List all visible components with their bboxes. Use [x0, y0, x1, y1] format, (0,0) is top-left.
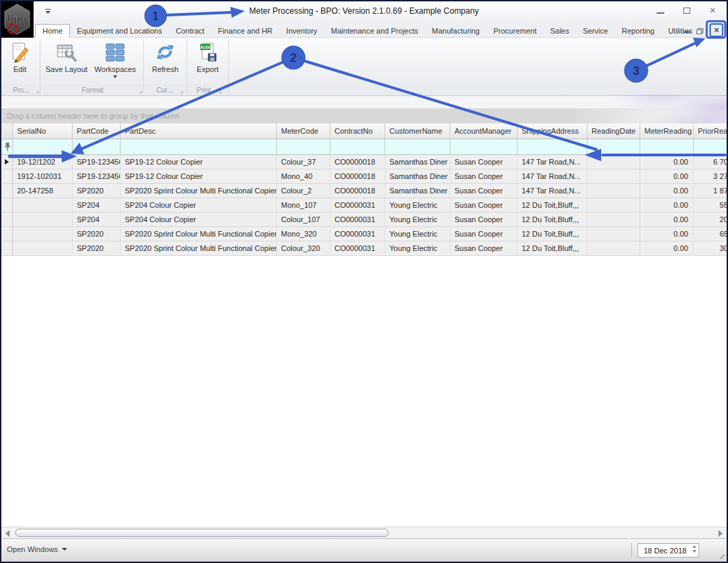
grid-cell-serialno[interactable] — [13, 241, 73, 256]
grid-cell-partcode[interactable]: SP2020 — [73, 184, 121, 198]
grid-cell-meterreading[interactable]: 0.00 — [640, 241, 694, 256]
grid-cell-readingdate[interactable] — [587, 241, 640, 256]
grid-cell-accountmanager[interactable]: Susan Cooper — [450, 155, 518, 169]
column-header-readingdate[interactable]: ReadingDate — [587, 123, 640, 139]
workspaces-button[interactable]: Workspaces — [90, 39, 141, 78]
tab-finance-and-hr[interactable]: Finance and HR — [211, 24, 280, 38]
grid-cell-metercode[interactable]: Colour_2 — [277, 184, 330, 198]
filter-cell-readingdate[interactable] — [587, 139, 640, 155]
grid-cell-metercode[interactable]: Colour_107 — [277, 213, 330, 227]
grid-cell-serialno[interactable] — [13, 227, 73, 241]
dialog-launcher-icon[interactable]: ⌟ — [219, 88, 221, 93]
column-header-priorreading[interactable]: PriorReading — [694, 123, 727, 139]
grid-cell-partcode[interactable]: SP2020 — [73, 241, 121, 256]
dialog-launcher-icon[interactable]: ⌟ — [180, 88, 183, 93]
grid-cell-partdesc[interactable]: SP204 Colour Copier — [121, 198, 277, 213]
grid-cell-metercode[interactable]: Mono_320 — [277, 227, 330, 241]
grid-cell-accountmanager[interactable]: Susan Cooper — [450, 213, 518, 227]
grid-cell-readingdate[interactable] — [587, 169, 640, 184]
date-field[interactable]: 18 Dec 2018 — [638, 543, 699, 558]
tab-procurement[interactable]: Procurement — [487, 24, 544, 38]
grid-cell-shippingaddress[interactable]: 147 Tar Road,N... — [518, 184, 587, 198]
table-row[interactable]: SP204SP204 Colour CopierColour_107CO0000… — [1, 213, 727, 227]
grid-cell-metercode[interactable]: Colour_37 — [277, 155, 330, 169]
grid-cell-contractno[interactable]: CO0000031 — [330, 241, 385, 256]
grid-cell-shippingaddress[interactable]: 12 Du Toit,Bluff,,, — [518, 198, 587, 213]
dialog-launcher-icon[interactable]: ⌟ — [36, 88, 39, 93]
date-spin-down-icon[interactable] — [692, 550, 696, 553]
tab-inventory[interactable]: Inventory — [280, 24, 324, 38]
filter-cell-accountmanager[interactable] — [450, 139, 518, 155]
grid-cell-serialno[interactable] — [13, 198, 73, 213]
grid-cell-priorreading[interactable]: 650 — [694, 227, 727, 241]
grid-cell-partdesc[interactable]: SP2020 Sprint Colour Multi Functional Co… — [121, 241, 277, 256]
grid-cell-serialno[interactable]: 1912-102031 — [13, 169, 73, 184]
tab-contract[interactable]: Contract — [169, 24, 212, 38]
grid-cell-customername[interactable]: Samanthas Diner — [385, 169, 450, 184]
grid-cell-partcode[interactable]: SP2020 — [73, 227, 121, 241]
table-row[interactable]: 19-12/1202SP19-123456SP19-12 Colour Copi… — [1, 155, 727, 169]
table-row[interactable]: SP2020SP2020 Sprint Colour Multi Functio… — [1, 241, 727, 256]
grid-cell-accountmanager[interactable]: Susan Cooper — [450, 198, 518, 213]
mdi-restore-icon[interactable] — [696, 28, 703, 34]
grid-cell-metercode[interactable]: Colour_320 — [277, 241, 330, 256]
grid-cell-contractno[interactable]: CO0000031 — [330, 198, 385, 213]
grid-cell-priorreading[interactable]: 6 704 — [694, 155, 727, 169]
column-header-partdesc[interactable]: PartDesc — [121, 123, 277, 139]
grid-cell-meterreading[interactable]: 0.00 — [640, 198, 694, 213]
grid-cell-meterreading[interactable]: 0.00 — [640, 169, 694, 184]
tab-reporting[interactable]: Reporting — [615, 24, 662, 38]
grid-cell-customername[interactable]: Young Electric — [385, 241, 450, 256]
grid-cell-priorreading[interactable]: 300 — [694, 241, 727, 256]
tab-service[interactable]: Service — [576, 24, 615, 38]
grid-cell-metercode[interactable]: Mono_107 — [277, 198, 330, 213]
quick-access-dropdown-icon[interactable] — [44, 8, 52, 16]
column-header-partcode[interactable]: PartCode — [73, 123, 121, 139]
grid-cell-shippingaddress[interactable]: 12 Du Toit,Bluff,,, — [518, 241, 587, 256]
resize-grip[interactable] — [716, 550, 725, 559]
scroll-right-icon[interactable] — [718, 530, 723, 537]
tab-manufacturing[interactable]: Manufacturing — [425, 24, 487, 38]
filter-cell-customername[interactable] — [385, 139, 450, 155]
grid-cell-readingdate[interactable] — [587, 213, 640, 227]
tab-equipment-and-locations[interactable]: Equipment and Locations — [70, 24, 169, 38]
filter-cell-partdesc[interactable] — [121, 139, 277, 155]
grid-cell-customername[interactable]: Young Electric — [385, 198, 450, 213]
filter-cell-priorreading[interactable] — [694, 139, 727, 155]
grid-cell-serialno[interactable] — [13, 213, 73, 227]
column-header-customername[interactable]: CustomerName — [385, 123, 450, 139]
window-minimize-icon[interactable] — [657, 8, 664, 14]
grid-cell-contractno[interactable]: CO0000018 — [330, 155, 385, 169]
grid-cell-priorreading[interactable]: 1 876 — [694, 184, 727, 198]
grid-cell-contractno[interactable]: CO0000018 — [330, 169, 385, 184]
grid-cell-priorreading[interactable]: 200 — [694, 213, 727, 227]
tab-sales[interactable]: Sales — [544, 24, 577, 38]
mdi-close-icon[interactable]: × — [709, 23, 723, 37]
grid-cell-shippingaddress[interactable]: 147 Tar Road,N... — [518, 155, 587, 169]
grid-cell-partcode[interactable]: SP204 — [73, 198, 121, 213]
grid-cell-partcode[interactable]: SP19-123456 — [73, 155, 121, 169]
grid-cell-readingdate[interactable] — [587, 227, 640, 241]
scroll-left-icon[interactable] — [5, 530, 10, 537]
grid-cell-partdesc[interactable]: SP2020 Sprint Colour Multi Functional Co… — [121, 184, 277, 198]
dialog-launcher-icon[interactable]: ⌟ — [139, 88, 142, 93]
table-row[interactable]: SP204SP204 Colour CopierMono_107CO000003… — [1, 198, 727, 213]
grid-cell-accountmanager[interactable]: Susan Cooper — [450, 169, 518, 184]
grid-cell-meterreading[interactable]: 0.00 — [640, 155, 694, 169]
grid-cell-meterreading[interactable]: 0.00 — [640, 213, 694, 227]
grid-cell-serialno[interactable]: 20-147258 — [13, 184, 73, 198]
open-windows-button[interactable]: Open Windows — [7, 545, 67, 553]
grid-cell-priorreading[interactable]: 3 278 — [694, 169, 727, 184]
filter-cell-partcode[interactable] — [73, 139, 121, 155]
grid-cell-customername[interactable]: Samanthas Diner — [385, 184, 450, 198]
workspaces-dropdown-icon[interactable] — [113, 75, 117, 78]
column-header-contractno[interactable]: ContractNo — [330, 123, 385, 139]
edit-button[interactable]: Edit — [3, 39, 37, 73]
column-header-meterreading[interactable]: MeterReading — [640, 123, 694, 139]
grid-cell-readingdate[interactable] — [587, 155, 640, 169]
horizontal-scrollbar[interactable] — [1, 527, 727, 538]
filter-cell-shippingaddress[interactable] — [518, 139, 587, 155]
scrollbar-thumb[interactable] — [15, 529, 389, 537]
window-maximize-icon[interactable] — [683, 8, 690, 14]
filter-cell-metercode[interactable] — [277, 139, 330, 155]
